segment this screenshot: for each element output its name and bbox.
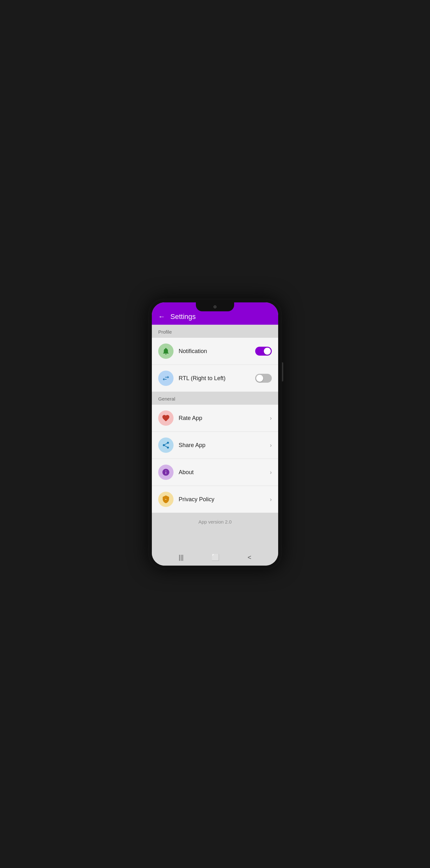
page-title: Settings [170,313,196,321]
general-section-card: Rate App › Share App › [152,405,278,513]
phone-screen: ← Settings Profile Notification [152,302,278,566]
notification-row[interactable]: Notification [152,338,278,365]
settings-content: Profile Notification [152,325,278,549]
rate-app-icon-circle [158,410,174,426]
privacy-policy-row[interactable]: Privacy Policy › [152,486,278,513]
volume-button [282,362,283,381]
camera [213,305,217,308]
notification-toggle[interactable] [255,347,272,355]
rate-app-row[interactable]: Rate App › [152,405,278,432]
general-section-header: General [152,392,278,405]
rtl-toggle-knob [256,375,263,382]
profile-section-header: Profile [152,325,278,338]
back-nav-button[interactable]: < [248,554,251,561]
privacy-policy-label: Privacy Policy [179,496,265,503]
back-button[interactable]: ← [158,313,165,321]
app-version: App version 2.0 [152,513,278,531]
share-app-label: Share App [179,442,265,449]
phone-device: ← Settings Profile Notification [148,299,282,569]
about-row[interactable]: About › [152,459,278,486]
rtl-toggle[interactable] [255,374,272,383]
privacy-policy-chevron: › [270,496,272,503]
recent-apps-button[interactable]: ||| [179,554,184,561]
notification-icon-circle [158,343,174,359]
notch [196,302,234,311]
share-app-icon-circle [158,437,174,453]
profile-section-card: Notification RTL (Right to Left) [152,338,278,392]
rate-app-label: Rate App [179,415,265,422]
rate-app-chevron: › [270,415,272,422]
rtl-label: RTL (Right to Left) [179,375,250,382]
about-label: About [179,469,265,476]
bottom-navigation: ||| ⬜ < [152,549,278,566]
about-icon-circle [158,465,174,480]
rtl-row[interactable]: RTL (Right to Left) [152,365,278,392]
home-button[interactable]: ⬜ [211,554,220,561]
share-app-row[interactable]: Share App › [152,432,278,459]
about-chevron: › [270,469,272,476]
rtl-icon-circle [158,371,174,386]
notification-toggle-knob [264,348,271,355]
share-app-chevron: › [270,442,272,449]
privacy-policy-icon-circle [158,492,174,507]
notification-label: Notification [179,348,250,355]
